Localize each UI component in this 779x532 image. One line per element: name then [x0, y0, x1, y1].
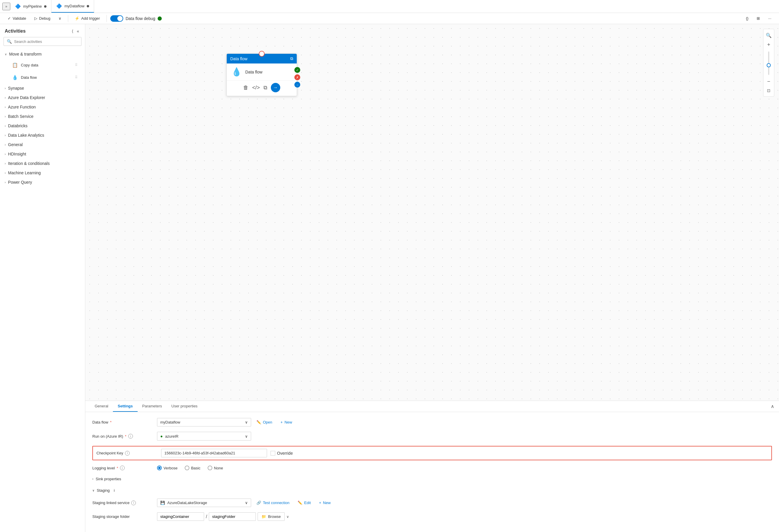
zoom-out-btn[interactable]: −	[765, 77, 773, 86]
sidebar-category-af-label: Azure Function	[8, 105, 36, 109]
browse-dropdown-btn[interactable]: ∨	[287, 515, 289, 519]
staging-linked-service-label: Staging linked service i	[92, 501, 157, 505]
sidebar-category-move-transform[interactable]: ∨ Move & transform	[0, 49, 85, 59]
data-flow-icon: 💧	[12, 74, 18, 80]
data-flow-debug-toggle[interactable]	[110, 15, 123, 22]
debug-label: Debug	[39, 16, 50, 20]
node-delete-btn[interactable]: 🗑	[243, 85, 248, 91]
test-connection-label: Test connection	[263, 501, 289, 505]
sidebar-collapse-left-btn[interactable]: ⟨	[71, 28, 74, 34]
sidebar-category-batch-service[interactable]: › Batch Service	[0, 112, 85, 121]
sidebar-collapse-btn[interactable]: »	[2, 3, 10, 10]
zoom-fit-btn[interactable]: ⊡	[766, 87, 772, 94]
checkpoint-info-icon[interactable]: i	[125, 451, 130, 456]
sidebar-category-iteration[interactable]: › Iteration & conditionals	[0, 159, 85, 168]
test-connection-btn[interactable]: 🔗 Test connection	[253, 499, 292, 507]
sidebar-category-databricks[interactable]: › Databricks	[0, 121, 85, 131]
logging-field-row: Logging level * i Verbose Basic	[92, 466, 772, 470]
radio-basic[interactable]: Basic	[185, 466, 200, 470]
chevron-right-icon: ›	[5, 171, 6, 175]
toolbar-right: {} ⊞ ···	[743, 15, 774, 22]
panel-collapse-btn[interactable]: ∧	[771, 404, 774, 409]
user-properties-tab-label: User properties	[171, 404, 198, 408]
sink-properties-section: › Sink properties	[92, 476, 772, 482]
storage-icon: 💾	[160, 501, 165, 505]
node-open-btn[interactable]: ⧉	[290, 56, 293, 61]
panel-tabs: General Settings Parameters User propert…	[85, 401, 779, 412]
validate-button[interactable]: ✓ Validate	[5, 15, 29, 22]
dataflow-dropdown[interactable]: myDataflow ∨	[157, 418, 251, 426]
sidebar-item-data-flow[interactable]: 💧 Data flow ⠿	[2, 72, 83, 83]
dataflow-field-controls: myDataflow ∨ ✏️ Open + New	[157, 418, 772, 426]
new-linked-service-label: New	[323, 501, 331, 505]
run-on-dropdown[interactable]: ● azureIR ∨	[157, 432, 251, 441]
code-button[interactable]: {}	[743, 15, 752, 22]
zoom-controls: 🔍 + − ⊡	[763, 29, 774, 97]
staging-linked-info-icon[interactable]: i	[131, 501, 136, 505]
sidebar-category-azure-function[interactable]: › Azure Function	[0, 102, 85, 112]
add-trigger-button[interactable]: ⚡ Add trigger	[72, 15, 103, 22]
sidebar-category-hdinsight[interactable]: › HDInsight	[0, 149, 85, 159]
open-dataflow-btn[interactable]: ✏️ Open	[253, 418, 275, 426]
staging-container-input[interactable]	[157, 512, 204, 521]
toolbar-sep-1	[68, 15, 68, 22]
sink-properties-header[interactable]: › Sink properties	[92, 476, 772, 482]
sidebar-category-synapse[interactable]: › Synapse	[0, 83, 85, 93]
debug-button[interactable]: ▷ Debug	[32, 15, 53, 22]
new-linked-service-btn[interactable]: + New	[316, 499, 334, 507]
debug-dropdown-btn[interactable]: ∨	[56, 15, 64, 22]
path-separator: /	[206, 514, 207, 519]
zoom-slider[interactable]	[768, 52, 769, 75]
zoom-in-btn[interactable]: +	[765, 41, 773, 49]
sidebar-category-general[interactable]: › General	[0, 140, 85, 149]
tab-general[interactable]: General	[90, 401, 113, 412]
staging-folder-controls: / 📁 Browse ∨	[157, 512, 289, 521]
staging-linked-service-dropdown[interactable]: 💾 AzureDataLakeStorage ∨	[157, 498, 251, 507]
radio-verbose[interactable]: Verbose	[157, 466, 178, 470]
canvas-search-btn[interactable]: 🔍	[765, 31, 773, 40]
override-checkbox[interactable]	[271, 451, 275, 456]
sidebar-category-machine-learning[interactable]: › Machine Learning	[0, 168, 85, 178]
radio-none[interactable]: None	[207, 466, 223, 470]
override-container: Override	[271, 451, 293, 456]
trigger-icon: ⚡	[75, 16, 79, 20]
tab-parameters[interactable]: Parameters	[138, 401, 167, 412]
edit-icon: ✏️	[298, 501, 302, 505]
dataflow-node[interactable]: Data flow ⧉ 💧 Data flow 🗑 </> ⧉ → ✓ ✗ →	[227, 54, 297, 96]
tab-user-properties[interactable]: User properties	[167, 401, 202, 412]
sidebar-collapse-btn2[interactable]: «	[75, 28, 80, 34]
new-dataflow-btn[interactable]: + New	[278, 418, 295, 426]
logging-field-label: Logging level * i	[92, 466, 157, 470]
toggle-knob	[117, 16, 123, 21]
tab-dataflow[interactable]: 🔷 myDataflow	[52, 0, 94, 13]
logging-info-icon[interactable]: i	[120, 466, 125, 470]
staging-header[interactable]: ∨ Staging i	[92, 487, 772, 494]
edit-linked-service-btn[interactable]: ✏️ Edit	[295, 499, 313, 507]
logging-radio-group: Verbose Basic None	[157, 466, 223, 470]
sidebar-category-data-lake-analytics[interactable]: › Data Lake Analytics	[0, 131, 85, 140]
chevron-right-icon: ›	[5, 143, 6, 146]
canvas[interactable]: Data flow ⧉ 💧 Data flow 🗑 </> ⧉ → ✓ ✗ →	[85, 24, 779, 401]
tab-settings[interactable]: Settings	[113, 401, 137, 412]
run-on-info-icon[interactable]: i	[128, 434, 133, 439]
table-view-button[interactable]: ⊞	[754, 15, 763, 22]
sidebar-category-azure-data-explorer[interactable]: › Azure Data Explorer	[0, 93, 85, 102]
radio-basic-label: Basic	[191, 466, 200, 470]
more-options-button[interactable]: ···	[765, 15, 774, 22]
staging-linked-service-label-text: Staging linked service	[92, 501, 129, 505]
node-next-btn[interactable]: →	[271, 83, 280, 92]
sidebar-category-iteration-label: Iteration & conditionals	[8, 161, 50, 166]
node-code-btn[interactable]: </>	[252, 85, 260, 91]
browse-btn[interactable]: 📁 Browse	[258, 512, 284, 521]
tab-pipeline[interactable]: 🔷 myPipeline	[10, 0, 52, 13]
run-on-required-star: *	[125, 434, 126, 439]
node-copy-btn[interactable]: ⧉	[263, 85, 267, 91]
staging-folder-input[interactable]	[209, 512, 256, 521]
sidebar-category-power-query[interactable]: › Power Query	[0, 178, 85, 187]
checkpoint-key-input[interactable]	[161, 449, 267, 457]
sidebar-item-copy-data[interactable]: 📋 Copy data ⠿	[2, 59, 83, 71]
canvas-area: Data flow ⧉ 💧 Data flow 🗑 </> ⧉ → ✓ ✗ →	[85, 24, 779, 532]
staging-info-icon[interactable]: i	[114, 488, 115, 492]
zoom-thumb	[767, 63, 771, 67]
search-activities-input[interactable]	[14, 40, 78, 44]
